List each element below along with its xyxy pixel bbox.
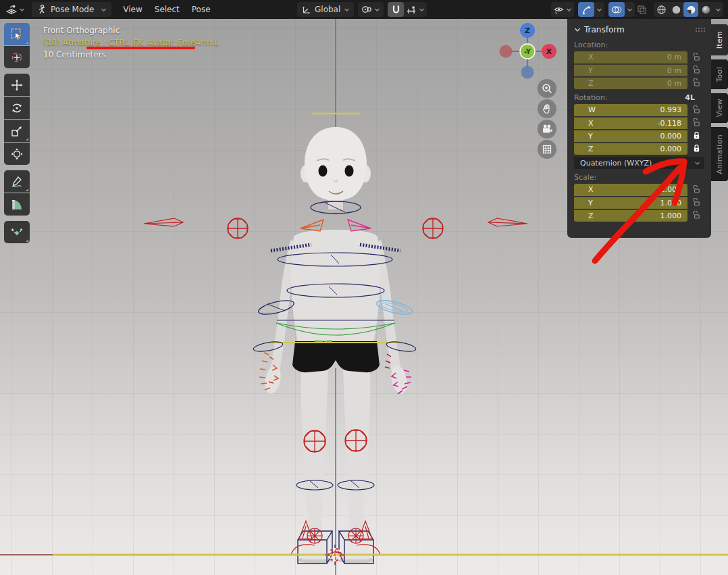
transform-icon [10,147,24,161]
shading-material-button[interactable] [683,2,698,17]
rotation-mode-select[interactable]: Quaternion (WXYZ) [574,157,704,169]
snap-target-select[interactable] [404,2,427,17]
mode-select-label: Pose Mode [51,5,94,14]
tool-measure[interactable] [4,193,30,216]
tool-move[interactable] [4,74,30,96]
location-y-field[interactable]: Y0 m [574,64,687,76]
xray-icon [637,5,647,15]
location-y-lock-button[interactable] [687,66,706,74]
scale-x-field[interactable]: X1.000 [574,184,687,196]
scale-section-label: Scale: [574,173,596,182]
orientation-select[interactable]: Global [297,2,354,17]
tool-rotate[interactable] [4,97,30,119]
magnifier-plus-icon [541,82,553,95]
tool-cursor[interactable] [4,46,30,68]
gizmo-axis-x[interactable]: X [542,44,556,59]
camera-view-button[interactable] [538,120,556,139]
mode-select[interactable]: Pose Mode [32,2,111,17]
tool-scale[interactable] [4,120,30,142]
camera-icon [541,123,553,135]
editor-type-button[interactable] [3,2,28,17]
overlays-dropdown[interactable] [625,2,635,17]
scale-x-lock-button[interactable] [687,185,706,194]
chevron-down-icon [627,7,633,13]
shading-wireframe-button[interactable] [654,2,669,17]
object-visibility-icon [553,5,565,15]
scale-y-lock-button[interactable] [687,198,706,207]
lock-open-icon [692,211,701,220]
rotation-z-lock-button[interactable] [687,144,706,153]
pivot-point-select[interactable] [358,2,384,17]
rotation-w-lock-button[interactable] [687,105,706,114]
location-x-field[interactable]: X0 m [574,51,687,64]
scale-z-lock-button[interactable] [687,211,706,220]
shading-dropdown[interactable] [713,2,723,17]
shading-rendered-button[interactable] [698,2,713,17]
menu-pose[interactable]: Pose [186,3,217,16]
menu-select[interactable]: Select [149,3,186,16]
pan-button[interactable] [538,99,556,118]
rotation-x-lock-button[interactable] [687,118,706,127]
overlays-toggle[interactable] [608,2,625,17]
tool-shelf [4,23,30,249]
scale-fields: X1.000 Y1.000 Z1.000 [574,183,706,222]
scale-y-field[interactable]: Y1.000 [574,197,687,209]
gizmo-axis-neg-z[interactable] [521,66,534,79]
tab-view[interactable]: View [711,93,728,123]
cursor-3d-icon [10,51,24,64]
tool-transform[interactable] [4,143,30,165]
xray-toggle[interactable] [637,5,652,15]
snap-toggle[interactable] [388,2,404,17]
tool-annotate[interactable] [4,170,30,193]
orientation-axes-icon [301,5,311,15]
gizmo-axis-z[interactable]: Z [520,23,535,38]
gizmo-axis-neg-x[interactable] [500,45,513,58]
gizmo-axis-neg-y-front[interactable]: -Y [520,44,535,59]
panel-title: Transform [584,25,625,34]
lock-closed-icon [692,144,701,153]
location-z-lock-button[interactable] [687,78,706,87]
location-fields: X0 m Y0 m Z0 m [574,51,706,89]
snap-increment-icon [406,5,417,15]
tool-pose-breakdowner[interactable] [4,221,30,243]
rotation-w-field[interactable]: W0.993 [574,104,687,116]
gizmo-dropdown[interactable] [594,2,604,17]
rotation-x-field[interactable]: X-0.118 [574,117,687,129]
location-z-field[interactable]: Z0 m [574,77,687,89]
orientation-label: Global [315,5,340,14]
chevron-down-icon [101,7,107,13]
gizmo-toggle[interactable] [578,2,594,17]
rotation-z-field[interactable]: Z0.000 [574,143,687,155]
rotation-y-field[interactable]: Y0.000 [574,130,687,142]
grid-icon [541,143,553,155]
panel-options-grip-icon[interactable] [695,27,706,32]
magnet-icon [391,5,401,15]
scale-icon [10,124,24,138]
tab-tool[interactable]: Tool [711,59,728,89]
scale-z-field[interactable]: Z1.000 [574,209,687,222]
tab-animation[interactable]: Animation [711,127,728,181]
shading-solid-button[interactable] [669,2,683,17]
shading-mode-group [654,2,723,17]
tab-item[interactable]: Item [711,24,728,55]
menu-view[interactable]: View [117,3,148,16]
pose-breakdowner-icon [10,226,24,239]
3d-viewport-editor-icon [5,3,18,16]
zoom-button[interactable] [538,79,556,98]
object-visibility-button[interactable] [551,2,574,17]
wireframe-shading-icon [656,5,667,15]
rotation-keying-badge: 4L [685,93,695,102]
navigation-gizmo[interactable]: Z X -Y [496,21,561,86]
pose-armature-icon [36,4,47,15]
gizmo-icon [581,5,592,15]
panel-collapse-chevron-icon[interactable] [574,26,581,33]
tool-select-box[interactable] [4,23,30,45]
solid-shading-icon [671,5,681,15]
ortho-perspective-toggle-button[interactable] [538,140,556,159]
chevron-down-icon [344,7,350,13]
hand-icon [541,103,553,115]
chevron-down-icon [419,7,425,13]
location-section-label: Location: [574,41,608,49]
rotation-y-lock-button[interactable] [687,131,706,140]
location-x-lock-button[interactable] [687,53,706,61]
